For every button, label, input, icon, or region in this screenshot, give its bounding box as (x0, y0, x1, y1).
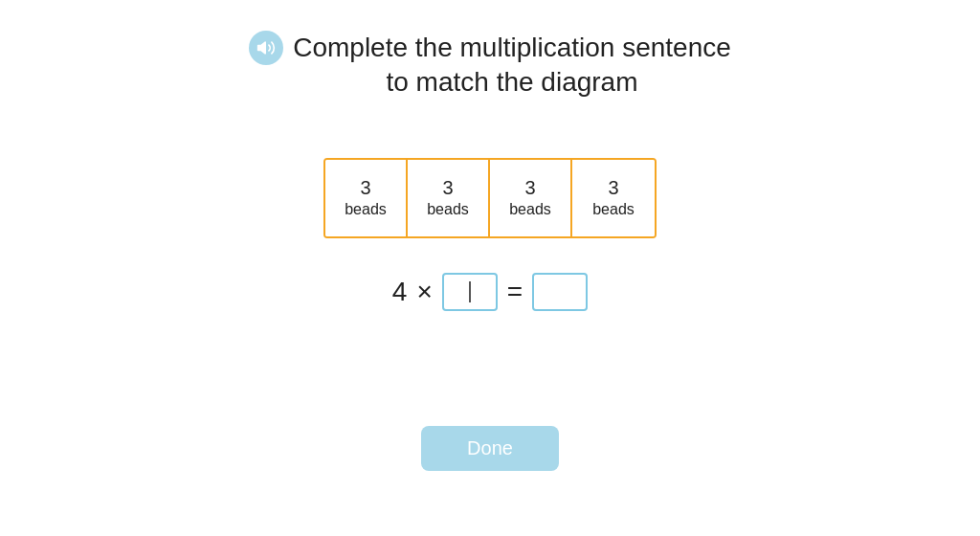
product-input[interactable] (532, 273, 588, 311)
bead-cell-3: 3 beads (490, 160, 572, 236)
bead-number-4: 3 (608, 177, 618, 199)
title-line1: Complete the multiplication sentence (293, 31, 731, 65)
bead-label-2: beads (427, 201, 469, 218)
equation-row: 4 × = (392, 273, 588, 311)
bead-cell-4: 3 beads (572, 160, 655, 236)
title-line2: to match the diagram (293, 65, 731, 100)
multiplier-label: 4 (392, 277, 408, 307)
equals-symbol: = (507, 277, 523, 307)
bead-label-1: beads (345, 201, 387, 218)
bead-label-4: beads (592, 201, 635, 218)
title-block: Complete the multiplication sentence to … (293, 31, 731, 100)
bead-grid-container: 3 beads 3 beads 3 beads 3 beads (323, 158, 657, 238)
bead-cell-2: 3 beads (408, 160, 490, 236)
bead-number-2: 3 (442, 177, 453, 199)
speaker-icon[interactable] (249, 31, 283, 65)
cursor-line (469, 281, 471, 302)
done-button[interactable]: Done (421, 426, 559, 471)
svg-marker-0 (258, 42, 266, 54)
bead-grid: 3 beads 3 beads 3 beads 3 beads (323, 158, 657, 238)
bead-number-1: 3 (360, 177, 370, 199)
bead-cell-1: 3 beads (325, 160, 408, 236)
times-symbol: × (416, 277, 432, 307)
bead-label-3: beads (509, 201, 551, 218)
bead-number-3: 3 (524, 177, 535, 199)
header: Complete the multiplication sentence to … (249, 31, 731, 100)
multiplicand-input-box[interactable] (442, 273, 498, 311)
